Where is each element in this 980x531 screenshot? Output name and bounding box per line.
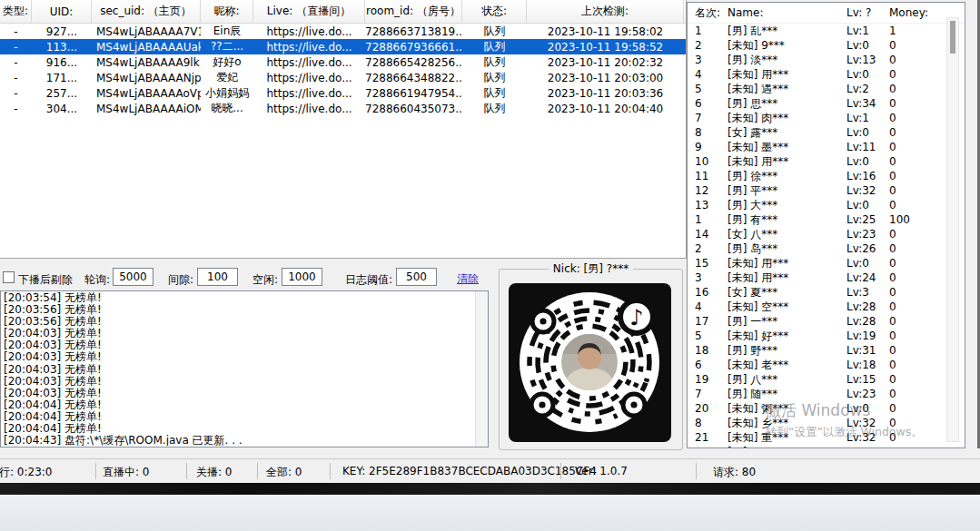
rank-cell: Lv:19 — [846, 329, 889, 342]
table-cell: MS4wLjABAAAA7V1... — [92, 25, 201, 38]
rank-row[interactable]: 7[男] 随***Lv:230 — [688, 387, 965, 401]
rank-row[interactable]: 6[男] 思***Lv:340 — [688, 96, 965, 111]
rank-cell: 3 — [688, 54, 728, 66]
rank-row[interactable]: 2[未知] 9***Lv:00 — [688, 38, 965, 53]
table-row[interactable]: -113...MS4wLjABAAAAUak...??二...https://l… — [0, 39, 686, 54]
poll-input[interactable] — [113, 268, 153, 286]
status-run-time: 运行: 0:23:0 — [0, 465, 52, 480]
rank-cell: [未知] 老*** — [728, 358, 846, 373]
rank-cell: 9 — [688, 141, 728, 153]
column-header[interactable]: 昵称: — [201, 0, 253, 23]
rank-row[interactable]: 13[男] 大***Lv:00 — [688, 198, 965, 212]
table-row[interactable]: -171...MS4wLjABAAAANjp...爱妃https://live.… — [0, 70, 686, 85]
status-divider — [696, 463, 697, 479]
rank-cell: 8 — [688, 417, 728, 429]
rank-cell: 13 — [688, 199, 728, 211]
rank-cell: 16 — [688, 286, 728, 299]
status-requests: 请求: 80 — [713, 465, 756, 480]
rank-cell: [男] 乱*** — [728, 24, 846, 39]
rank-row[interactable]: 11[男] 徐***Lv:160 — [688, 169, 965, 183]
rank-row[interactable]: 2[男] 岛***Lv:260 — [688, 241, 965, 256]
column-header[interactable]: sec_uid: （主页） — [92, 0, 201, 23]
rank-row[interactable]: 1[男] 乱***Lv:11 — [688, 24, 965, 38]
rank-row[interactable]: 19[男] 八***Lv:150 — [688, 372, 965, 387]
rank-cell: Lv:24 — [846, 271, 889, 284]
log-line: [20:04:04] 无榜单! — [4, 399, 474, 411]
table-cell: 257... — [32, 87, 92, 100]
rank-row[interactable]: 18[男] 野***Lv:310 — [688, 343, 965, 358]
rank-row[interactable]: 4[未知] 空***Lv:280 — [688, 300, 965, 314]
table-cell: 7288665428256... — [365, 56, 462, 69]
column-header[interactable]: 上次检测: — [527, 0, 684, 23]
rank-row[interactable]: 9[男] — [688, 445, 965, 448]
log-line: [20:04:43] 盘符:\*\缓存\ROOM.java 已更新. . . — [4, 435, 474, 446]
rank-row[interactable]: 8[女] 露***Lv:00 — [688, 125, 965, 140]
gap-input[interactable] — [197, 268, 238, 286]
rank-cell: 0 — [889, 155, 942, 168]
column-header[interactable]: 类型: — [0, 0, 32, 23]
column-header[interactable]: UID: — [32, 0, 92, 23]
rank-cell: Lv:11 — [846, 141, 889, 153]
table-cell: https://live.do... — [253, 87, 365, 100]
log-threshold-input[interactable] — [396, 268, 437, 286]
rank-cell: [未知] 用*** — [728, 270, 846, 286]
status-living-count: 直播中: 0 — [103, 465, 150, 480]
rank-cell: Lv:32 — [846, 184, 889, 197]
rank-column-header[interactable]: Name: — [728, 6, 846, 19]
nick-title: Nick: [男] ?*** — [549, 261, 633, 277]
rank-cell: 0 — [889, 359, 942, 371]
table-cell: 2023-10-11 19:58:52 — [527, 41, 684, 54]
monitor-table-header: 类型:UID:sec_uid: （主页）昵称:Live: （直播间）room_i… — [0, 0, 686, 24]
table-row[interactable]: -257...MS4wLjABAAAAoVp...小娟妈妈https://liv… — [0, 85, 686, 101]
column-header[interactable]: Live: （直播间） — [253, 0, 365, 23]
rank-cell: Lv:1 — [846, 112, 889, 124]
rank-cell: 1 — [688, 25, 728, 37]
rank-row[interactable]: 3[男] 淡***Lv:130 — [688, 53, 965, 67]
rank-row[interactable]: 15[未知] 用***Lv:00 — [688, 256, 965, 270]
rank-row[interactable]: 4[未知] 用***Lv:00 — [688, 67, 965, 82]
rank-cell: 7 — [688, 388, 728, 400]
table-row[interactable]: -304...MS4wLjABAAAAiOM...晓晓...https://li… — [0, 101, 686, 116]
rank-row[interactable]: 6[未知] 老***Lv:180 — [688, 358, 965, 372]
rank-column-header[interactable]: 名次: — [688, 5, 728, 21]
table-cell: https://live.do... — [253, 56, 365, 69]
clear-log-link[interactable]: 清除 — [457, 271, 479, 287]
rank-column-header[interactable]: Lv: ? — [846, 6, 889, 19]
log-scrollbar[interactable] — [475, 291, 488, 447]
rank-cell: 0 — [889, 228, 942, 241]
rank-row[interactable]: 10[未知] 用***Lv:00 — [688, 154, 965, 169]
rank-row[interactable]: 9[未知] 墨***Lv:110 — [688, 140, 965, 154]
log-output[interactable]: [20:03:54] 无榜单![20:03:56] 无榜单![20:03:56]… — [0, 290, 489, 447]
idle-input[interactable] — [282, 268, 322, 286]
table-row[interactable]: -927...MS4wLjABAAAA7V1...Ein辰https://liv… — [0, 24, 686, 39]
rank-row[interactable]: 1[男] 有***Lv:25100 — [688, 212, 965, 227]
rank-row[interactable]: 12[男] 平***Lv:320 — [688, 183, 965, 198]
rank-row[interactable]: 17[男] 一***Lv:280 — [688, 314, 965, 329]
column-header[interactable]: 状态: — [462, 0, 527, 23]
rank-cell: Lv:1 — [846, 25, 889, 37]
log-line: [20:04:03] 无榜单! — [4, 351, 474, 363]
table-cell: 113... — [32, 41, 92, 54]
rank-row[interactable]: 16[女] 夏***Lv:30 — [688, 285, 965, 300]
rank-scrollbar[interactable] — [946, 17, 959, 442]
rank-cell: 3 — [688, 271, 728, 284]
column-header[interactable]: room_id: （房号） — [365, 0, 462, 23]
table-cell: MS4wLjABAAAAoVp... — [92, 87, 201, 100]
table-row[interactable]: -916...MS4wLjABAAAA9lk...好好ohttps://live… — [0, 54, 686, 70]
status-divider — [257, 463, 258, 479]
rank-cell: [女] 夏*** — [728, 285, 846, 300]
rank-cell: 0 — [889, 388, 942, 400]
remove-after-offline-checkbox[interactable] — [3, 271, 15, 283]
rank-row[interactable]: 14[女] 八***Lv:230 — [688, 227, 965, 241]
rank-row[interactable]: 7[未知] 肉***Lv:10 — [688, 111, 965, 125]
rank-scrollbar-thumb[interactable] — [950, 21, 955, 54]
rank-column-header[interactable]: Money: — [889, 6, 942, 19]
rank-cell: 2 — [688, 39, 728, 52]
rank-row[interactable]: 5[未知] 遇***Lv:20 — [688, 82, 965, 96]
rank-cell: [男] 有*** — [728, 212, 846, 228]
log-line: [20:04:03] 无榜单! — [4, 364, 474, 376]
rank-row[interactable]: 3[未知] 用***Lv:240 — [688, 270, 965, 285]
rank-row[interactable]: 5[未知] 好***Lv:190 — [688, 329, 965, 343]
table-cell: 小娟妈妈 — [201, 85, 253, 101]
rank-cell: [女] 八*** — [728, 227, 846, 242]
